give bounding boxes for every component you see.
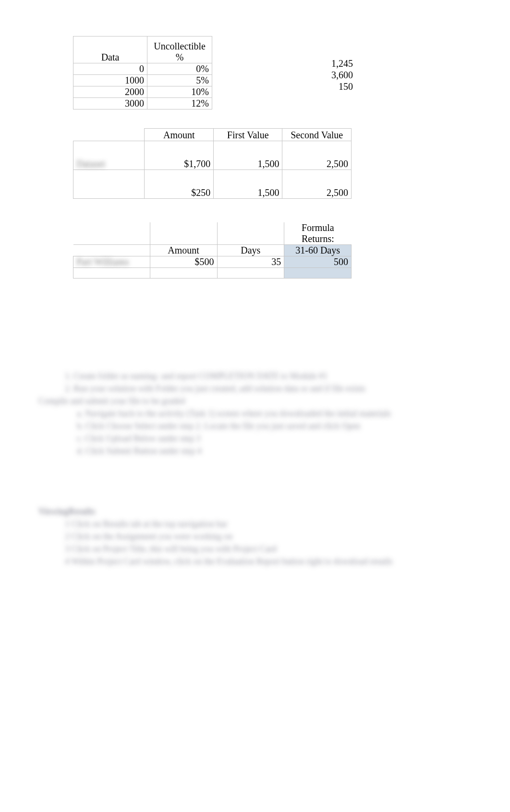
table3-header-range: 31-60 Days xyxy=(284,245,352,256)
amount-values-table: Amount First Value Second Value Dataset … xyxy=(73,128,352,199)
row-label xyxy=(73,170,145,199)
cell-first: 1,500 xyxy=(214,170,282,199)
cell-days xyxy=(217,268,284,279)
empty-header xyxy=(73,129,145,141)
blurred-line: d. Click Submit Button under step 4 xyxy=(38,445,461,457)
empty-cell xyxy=(217,222,284,245)
cell-pct: 0% xyxy=(147,63,212,75)
table2-header-amount: Amount xyxy=(145,129,214,141)
cell-data: 0 xyxy=(73,63,147,75)
row-label: Dataset xyxy=(73,141,145,170)
cell-pct: 5% xyxy=(147,75,212,86)
cell-data: 3000 xyxy=(73,98,147,109)
table2-header-second: Second Value xyxy=(282,129,352,141)
table-row: Dataset $1,700 1,500 2,500 xyxy=(73,141,352,170)
table-row: $250 1,500 2,500 xyxy=(73,170,352,199)
table-row: 3000 12% xyxy=(73,98,212,109)
cell-result: 500 xyxy=(284,256,352,268)
empty-header xyxy=(73,245,150,256)
table1-header-uncollectible: Uncollectible % xyxy=(147,36,212,63)
table-row: Part Williams $500 35 500 xyxy=(73,256,352,268)
table-row: 2000 10% xyxy=(73,86,212,98)
cell-data: 1000 xyxy=(73,75,147,86)
formula-returns-table: Formula Returns: Amount Days 31-60 Days … xyxy=(73,222,352,279)
row-label xyxy=(73,268,150,279)
blurred-line: 3 Click on Project Title, this will brin… xyxy=(38,543,461,555)
blurred-heading: ViewingResults xyxy=(38,505,461,518)
cell-first: 1,500 xyxy=(214,141,282,170)
row-label: Part Williams xyxy=(73,256,150,268)
blurred-line: 2 Click on the Assignment you were worki… xyxy=(38,530,461,543)
table-row xyxy=(73,268,352,279)
cell-second: 2,500 xyxy=(282,141,352,170)
cell-result xyxy=(284,268,352,279)
side-number-list: 1,245 3,600 150 xyxy=(288,58,353,92)
blurred-line: 2. Run your solution with Folder you jus… xyxy=(38,382,461,395)
blurred-line: a. Navigate back to the activity (Task 1… xyxy=(38,407,461,420)
cell-pct: 10% xyxy=(147,86,212,98)
side-number: 3,600 xyxy=(288,69,353,81)
table-row: 1000 5% xyxy=(73,75,212,86)
blurred-line: 4 Within Project Card window, click on t… xyxy=(38,555,461,568)
cell-days: 35 xyxy=(217,256,284,268)
cell-amount: $250 xyxy=(145,170,214,199)
cell-amount: $500 xyxy=(150,256,217,268)
blurred-line: 1. Create folder as naming- and report C… xyxy=(38,370,461,382)
table3-header-days: Days xyxy=(217,245,284,256)
cell-data: 2000 xyxy=(73,86,147,98)
table-row: 0 0% xyxy=(73,63,212,75)
instructions-blurred: 1. Create folder as naming- and report C… xyxy=(38,370,461,568)
formula-returns-label: Formula Returns: xyxy=(284,222,352,245)
table2-header-first: First Value xyxy=(214,129,282,141)
cell-amount: $1,700 xyxy=(145,141,214,170)
side-number: 1,245 xyxy=(288,58,353,69)
blurred-line: 1 Click on Results tab at the top naviga… xyxy=(38,518,461,530)
cell-pct: 12% xyxy=(147,98,212,109)
data-uncollectible-table: Data Uncollectible % 0 0% 1000 5% 2000 1… xyxy=(73,36,212,109)
side-number: 150 xyxy=(288,81,353,92)
blurred-line: b. Click Choose Select under step 2. Loc… xyxy=(38,420,461,432)
empty-cell xyxy=(73,222,150,245)
cell-amount xyxy=(150,268,217,279)
table1-header-data: Data xyxy=(73,36,147,63)
empty-cell xyxy=(150,222,217,245)
blurred-line: Compile and submit your file to be grade… xyxy=(38,395,461,407)
blurred-line: c. Click Upload Below under step 3 xyxy=(38,432,461,445)
cell-second: 2,500 xyxy=(282,170,352,199)
table3-header-amount: Amount xyxy=(150,245,217,256)
